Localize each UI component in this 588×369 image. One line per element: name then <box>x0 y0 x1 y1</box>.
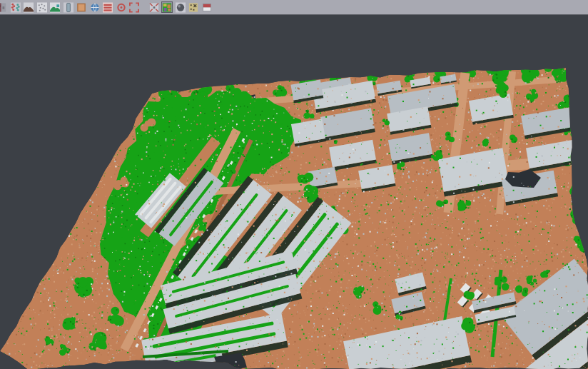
bare-earth-icon[interactable] <box>23 1 34 13</box>
clip-region-icon[interactable] <box>0 1 8 13</box>
globe-icon[interactable] <box>89 1 101 13</box>
measure-map-icon[interactable] <box>188 1 199 13</box>
profile-view-icon[interactable] <box>63 1 74 13</box>
image-overlay-icon[interactable] <box>148 1 160 13</box>
flag-icon[interactable] <box>201 1 213 13</box>
toolbar <box>0 0 588 15</box>
zoom-extent-icon[interactable] <box>128 1 140 13</box>
target-circle-icon[interactable] <box>116 1 127 13</box>
orthoimage-icon[interactable] <box>76 1 87 13</box>
point-cloud-icon[interactable] <box>36 1 48 13</box>
shaded-view-icon[interactable] <box>175 1 186 13</box>
classification-colors-icon[interactable] <box>161 1 173 13</box>
canopy-surface-icon[interactable] <box>49 1 61 13</box>
3d-viewport[interactable] <box>0 0 588 369</box>
application-window <box>0 0 588 369</box>
layers-icon[interactable] <box>102 1 113 13</box>
classify-points-icon[interactable] <box>10 1 21 13</box>
